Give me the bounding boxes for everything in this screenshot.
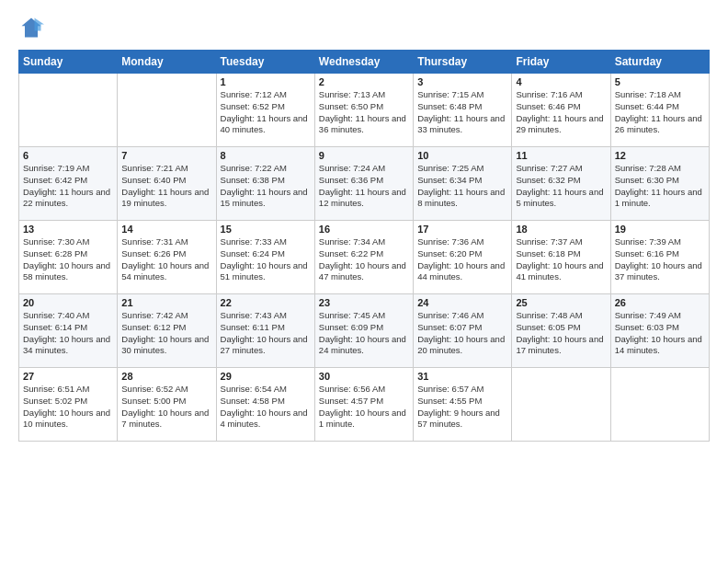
day-info: Sunrise: 7:21 AMSunset: 6:40 PMDaylight:… bbox=[121, 163, 211, 210]
day-info: Sunrise: 7:19 AMSunset: 6:42 PMDaylight:… bbox=[23, 163, 113, 210]
calendar-cell: 10Sunrise: 7:25 AMSunset: 6:34 PMDayligh… bbox=[414, 147, 512, 221]
day-number: 14 bbox=[121, 224, 211, 235]
day-number: 8 bbox=[221, 150, 311, 161]
col-header-friday: Friday bbox=[512, 51, 610, 74]
day-info: Sunrise: 7:28 AMSunset: 6:30 PMDaylight:… bbox=[615, 163, 705, 210]
col-header-sunday: Sunday bbox=[19, 51, 118, 74]
day-info: Sunrise: 7:18 AMSunset: 6:44 PMDaylight:… bbox=[615, 89, 705, 136]
calendar-cell: 14Sunrise: 7:31 AMSunset: 6:26 PMDayligh… bbox=[118, 221, 216, 294]
day-number: 11 bbox=[516, 150, 606, 161]
calendar-cell: 26Sunrise: 7:49 AMSunset: 6:03 PMDayligh… bbox=[610, 294, 709, 368]
calendar-cell: 29Sunrise: 6:54 AMSunset: 4:58 PMDayligh… bbox=[216, 368, 314, 442]
day-info: Sunrise: 7:36 AMSunset: 6:20 PMDaylight:… bbox=[417, 236, 507, 283]
day-info: Sunrise: 7:12 AMSunset: 6:52 PMDaylight:… bbox=[221, 89, 311, 136]
calendar-cell: 6Sunrise: 7:19 AMSunset: 6:42 PMDaylight… bbox=[19, 147, 118, 221]
day-info: Sunrise: 7:22 AMSunset: 6:38 PMDaylight:… bbox=[221, 163, 311, 210]
day-info: Sunrise: 7:43 AMSunset: 6:11 PMDaylight:… bbox=[221, 310, 311, 357]
day-number: 29 bbox=[221, 371, 311, 382]
day-info: Sunrise: 7:13 AMSunset: 6:50 PMDaylight:… bbox=[319, 89, 409, 136]
day-number: 23 bbox=[319, 297, 409, 308]
day-info: Sunrise: 7:37 AMSunset: 6:18 PMDaylight:… bbox=[516, 236, 606, 283]
day-info: Sunrise: 7:49 AMSunset: 6:03 PMDaylight:… bbox=[615, 310, 705, 357]
week-row-1: 1Sunrise: 7:12 AMSunset: 6:52 PMDaylight… bbox=[19, 74, 710, 147]
day-info: Sunrise: 7:30 AMSunset: 6:28 PMDaylight:… bbox=[23, 236, 113, 283]
day-number: 15 bbox=[221, 224, 311, 235]
day-info: Sunrise: 7:40 AMSunset: 6:14 PMDaylight:… bbox=[23, 310, 113, 357]
day-number: 1 bbox=[221, 76, 311, 87]
col-header-thursday: Thursday bbox=[414, 51, 512, 74]
day-number: 25 bbox=[516, 297, 606, 308]
day-info: Sunrise: 7:31 AMSunset: 6:26 PMDaylight:… bbox=[121, 236, 211, 283]
calendar-cell: 30Sunrise: 6:56 AMSunset: 4:57 PMDayligh… bbox=[314, 368, 413, 442]
day-number: 19 bbox=[615, 224, 705, 235]
col-header-tuesday: Tuesday bbox=[216, 51, 314, 74]
day-number: 7 bbox=[121, 150, 211, 161]
calendar-cell: 19Sunrise: 7:39 AMSunset: 6:16 PMDayligh… bbox=[610, 221, 709, 294]
calendar-cell: 7Sunrise: 7:21 AMSunset: 6:40 PMDaylight… bbox=[118, 147, 216, 221]
day-number: 22 bbox=[221, 297, 311, 308]
calendar-cell: 15Sunrise: 7:33 AMSunset: 6:24 PMDayligh… bbox=[216, 221, 314, 294]
week-row-2: 6Sunrise: 7:19 AMSunset: 6:42 PMDaylight… bbox=[19, 147, 710, 221]
calendar-cell: 11Sunrise: 7:27 AMSunset: 6:32 PMDayligh… bbox=[512, 147, 610, 221]
day-number: 10 bbox=[417, 150, 507, 161]
day-number: 13 bbox=[23, 224, 113, 235]
calendar-cell: 28Sunrise: 6:52 AMSunset: 5:00 PMDayligh… bbox=[118, 368, 216, 442]
calendar-cell: 9Sunrise: 7:24 AMSunset: 6:36 PMDaylight… bbox=[314, 147, 413, 221]
calendar-cell: 21Sunrise: 7:42 AMSunset: 6:12 PMDayligh… bbox=[118, 294, 216, 368]
calendar-cell: 2Sunrise: 7:13 AMSunset: 6:50 PMDaylight… bbox=[314, 74, 413, 147]
day-info: Sunrise: 6:51 AMSunset: 5:02 PMDaylight:… bbox=[23, 384, 113, 431]
day-number: 18 bbox=[516, 224, 606, 235]
day-number: 5 bbox=[615, 76, 705, 87]
week-row-3: 13Sunrise: 7:30 AMSunset: 6:28 PMDayligh… bbox=[19, 221, 710, 294]
calendar-cell: 24Sunrise: 7:46 AMSunset: 6:07 PMDayligh… bbox=[414, 294, 512, 368]
day-number: 12 bbox=[615, 150, 705, 161]
day-info: Sunrise: 7:34 AMSunset: 6:22 PMDaylight:… bbox=[319, 236, 409, 283]
day-info: Sunrise: 7:15 AMSunset: 6:48 PMDaylight:… bbox=[417, 89, 507, 136]
page: SundayMondayTuesdayWednesdayThursdayFrid… bbox=[0, 0, 728, 563]
day-info: Sunrise: 6:54 AMSunset: 4:58 PMDaylight:… bbox=[221, 384, 311, 431]
calendar-table: SundayMondayTuesdayWednesdayThursdayFrid… bbox=[18, 50, 710, 442]
calendar-cell: 25Sunrise: 7:48 AMSunset: 6:05 PMDayligh… bbox=[512, 294, 610, 368]
day-info: Sunrise: 7:25 AMSunset: 6:34 PMDaylight:… bbox=[417, 163, 507, 210]
col-header-saturday: Saturday bbox=[610, 51, 709, 74]
calendar-cell bbox=[118, 74, 216, 147]
week-row-5: 27Sunrise: 6:51 AMSunset: 5:02 PMDayligh… bbox=[19, 368, 710, 442]
calendar-cell: 8Sunrise: 7:22 AMSunset: 6:38 PMDaylight… bbox=[216, 147, 314, 221]
calendar-cell bbox=[19, 74, 118, 147]
svg-marker-2 bbox=[35, 18, 45, 31]
week-row-4: 20Sunrise: 7:40 AMSunset: 6:14 PMDayligh… bbox=[19, 294, 710, 368]
day-number: 30 bbox=[319, 371, 409, 382]
day-number: 3 bbox=[417, 76, 507, 87]
day-number: 27 bbox=[23, 371, 113, 382]
logo-icon bbox=[18, 15, 44, 40]
day-number: 17 bbox=[417, 224, 507, 235]
calendar-cell: 20Sunrise: 7:40 AMSunset: 6:14 PMDayligh… bbox=[19, 294, 118, 368]
calendar-cell: 23Sunrise: 7:45 AMSunset: 6:09 PMDayligh… bbox=[314, 294, 413, 368]
day-info: Sunrise: 7:39 AMSunset: 6:16 PMDaylight:… bbox=[615, 236, 705, 283]
calendar-cell: 1Sunrise: 7:12 AMSunset: 6:52 PMDaylight… bbox=[216, 74, 314, 147]
day-number: 20 bbox=[23, 297, 113, 308]
calendar-cell: 4Sunrise: 7:16 AMSunset: 6:46 PMDaylight… bbox=[512, 74, 610, 147]
calendar-cell: 13Sunrise: 7:30 AMSunset: 6:28 PMDayligh… bbox=[19, 221, 118, 294]
day-info: Sunrise: 7:45 AMSunset: 6:09 PMDaylight:… bbox=[319, 310, 409, 357]
day-info: Sunrise: 6:52 AMSunset: 5:00 PMDaylight:… bbox=[121, 384, 211, 431]
col-header-monday: Monday bbox=[118, 51, 216, 74]
logo bbox=[18, 15, 48, 40]
day-info: Sunrise: 6:56 AMSunset: 4:57 PMDaylight:… bbox=[319, 384, 409, 431]
calendar-cell: 22Sunrise: 7:43 AMSunset: 6:11 PMDayligh… bbox=[216, 294, 314, 368]
day-info: Sunrise: 6:57 AMSunset: 4:55 PMDaylight:… bbox=[417, 384, 507, 431]
calendar-cell: 3Sunrise: 7:15 AMSunset: 6:48 PMDaylight… bbox=[414, 74, 512, 147]
day-number: 21 bbox=[121, 297, 211, 308]
day-number: 6 bbox=[23, 150, 113, 161]
calendar-cell: 17Sunrise: 7:36 AMSunset: 6:20 PMDayligh… bbox=[414, 221, 512, 294]
day-info: Sunrise: 7:16 AMSunset: 6:46 PMDaylight:… bbox=[516, 89, 606, 136]
calendar-cell bbox=[512, 368, 610, 442]
calendar-cell: 31Sunrise: 6:57 AMSunset: 4:55 PMDayligh… bbox=[414, 368, 512, 442]
day-number: 26 bbox=[615, 297, 705, 308]
header-row: SundayMondayTuesdayWednesdayThursdayFrid… bbox=[19, 51, 710, 74]
day-number: 9 bbox=[319, 150, 409, 161]
calendar-cell: 27Sunrise: 6:51 AMSunset: 5:02 PMDayligh… bbox=[19, 368, 118, 442]
day-info: Sunrise: 7:48 AMSunset: 6:05 PMDaylight:… bbox=[516, 310, 606, 357]
day-number: 4 bbox=[516, 76, 606, 87]
col-header-wednesday: Wednesday bbox=[314, 51, 413, 74]
